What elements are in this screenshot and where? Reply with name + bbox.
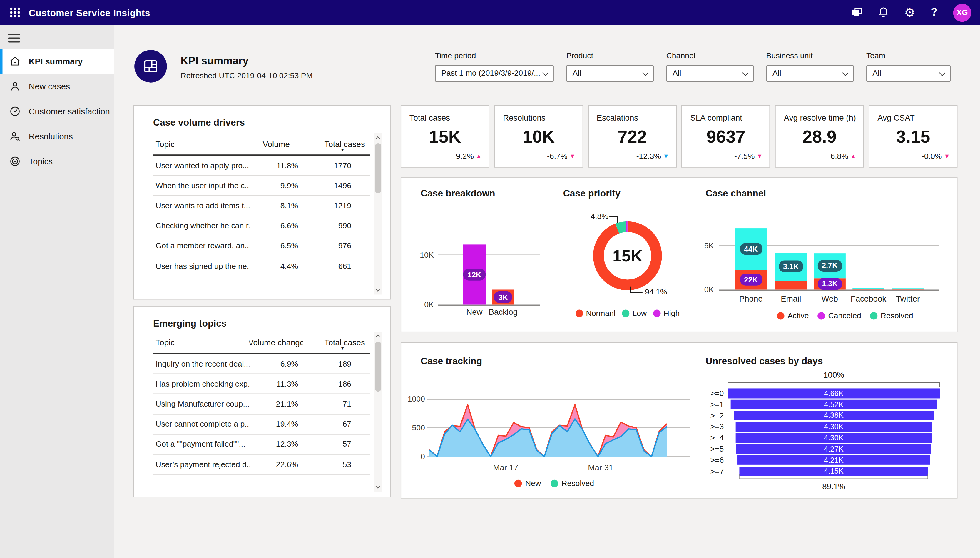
kpi-card-change: 6.8%▲ — [830, 152, 856, 161]
help-icon[interactable]: ? — [931, 6, 937, 19]
kpi-card-change: -7.5%▼ — [734, 152, 763, 161]
scroll-down-button[interactable] — [374, 483, 382, 492]
sidebar-item-resolutions[interactable]: Resolutions — [0, 124, 114, 149]
kpi-card-title: Avg CSAT — [877, 113, 915, 123]
scroll-up-button[interactable] — [374, 133, 382, 142]
workspaces-icon[interactable] — [851, 8, 862, 18]
sidebar-item-new-cases[interactable]: New cases — [0, 74, 114, 99]
filter-dropdown-time-period[interactable]: Past 1 mo (2019/3/9-2019/... — [435, 65, 554, 82]
funnel-top-bracket — [728, 382, 940, 387]
funnel-top-label: 100% — [802, 370, 865, 380]
kpi-card-escalations: Escalations722-12.3%▼ — [588, 105, 677, 167]
column-header-total-cases[interactable]: Total cases▼ — [303, 133, 370, 154]
cell-total-cases: 1496 — [303, 181, 370, 190]
dropdown-value: All — [872, 69, 881, 78]
legend-dot — [777, 312, 785, 320]
funnel-bar-3: 4.30K — [736, 422, 932, 432]
kpi-card-value: 10K — [495, 127, 582, 147]
table-row[interactable]: Using Manufacturer coup...21.1%71 — [153, 394, 370, 414]
cell-total-cases: 71 — [303, 400, 370, 409]
column-header-total-cases[interactable]: Total cases▼ — [303, 332, 370, 353]
scrollbar-thumb[interactable] — [375, 143, 381, 193]
cell-total-cases: 1770 — [303, 161, 370, 170]
cell-topic: Got a member reward, an... — [153, 241, 249, 250]
filter-dropdown-team[interactable]: All — [866, 65, 951, 82]
table-row[interactable]: User’s payment rejected d...22.6%53 — [153, 455, 370, 475]
tracking-charts-panel: Case tracking Unresolved cases by days 0… — [401, 342, 958, 499]
filter-dropdown-business-unit[interactable]: All — [766, 65, 854, 82]
kpi-card-row: Total cases15K9.2%▲Resolutions10K-6.7%▼E… — [401, 105, 958, 167]
kpi-card-total-cases: Total cases15K9.2%▲ — [401, 105, 489, 167]
kpi-change-text: -6.7% — [547, 152, 567, 161]
table-row[interactable]: Got a member reward, an...6.5%976 — [153, 236, 370, 256]
scroll-down-button[interactable] — [374, 286, 382, 295]
table-row[interactable]: Checking whether he can r...6.6%990 — [153, 216, 370, 236]
cell-volume: 11.8% — [249, 161, 303, 170]
unresolved-cases-funnel-chart: >=04.66K>=14.52K>=24.38K>=34.30K>=44.30K… — [401, 343, 957, 498]
legend-item-active: Active — [777, 312, 809, 320]
table-row[interactable]: User cannot complete a p...19.4%67 — [153, 414, 370, 435]
dropdown-value: All — [573, 69, 581, 78]
funnel-row-label: >=7 — [695, 467, 724, 476]
cell-volume-change: 12.3% — [249, 440, 303, 449]
filter-label: Team — [866, 51, 951, 60]
column-header-volume[interactable]: Volume — [249, 133, 303, 154]
chevron-up-icon — [376, 136, 380, 141]
sidebar-item-kpi-summary[interactable]: KPI summary — [0, 49, 114, 74]
kpi-change-arrow-down: ▼ — [663, 153, 669, 159]
table-row[interactable]: Has problem chceking exp...11.3%186 — [153, 374, 370, 394]
customer-service-insights-app: Customer Service Insights ⚙ ? XG KPI sum… — [0, 0, 980, 558]
column-header-topic[interactable]: Topic — [153, 332, 249, 353]
kpi-card-change: -12.3%▼ — [636, 152, 669, 161]
top-app-bar: Customer Service Insights ⚙ ? XG — [0, 0, 980, 25]
app-title: Customer Service Insights — [29, 7, 150, 18]
cell-total-cases: 67 — [303, 420, 370, 428]
person-icon — [10, 80, 21, 92]
table-header-row: TopicVolume changeTotal cases▼ — [153, 332, 370, 354]
legend-item-resolved: Resolved — [870, 312, 913, 320]
dashboard-icon — [134, 50, 167, 83]
cell-topic: Using Manufacturer coup... — [153, 400, 249, 409]
kpi-card-title: Total cases — [409, 113, 450, 123]
table-row[interactable]: User wants to add items t...8.1%1219 — [153, 196, 370, 216]
funnel-row-label: >=3 — [695, 422, 724, 431]
cell-total-cases: 1219 — [303, 202, 370, 210]
cell-topic: When the user input the c... — [153, 181, 249, 190]
scrollbar-thumb[interactable] — [375, 341, 381, 392]
filter-dropdown-channel[interactable]: All — [666, 65, 754, 82]
column-header-volume-change[interactable]: Volume change — [249, 332, 303, 353]
sidebar-item-topics[interactable]: Topics — [0, 149, 114, 174]
kpi-card-value: 3.15 — [869, 127, 957, 147]
table-row[interactable]: User has signed up the ne...4.4%661 — [153, 256, 370, 276]
filter-dropdown-product[interactable]: All — [566, 65, 654, 82]
sidebar-item-customer-satisfaction[interactable]: Customer satisfaction — [0, 99, 114, 124]
kpi-card-title: Resolutions — [503, 113, 545, 123]
cell-topic: Checking whether he can r... — [153, 222, 249, 230]
filter-label: Product — [566, 51, 654, 60]
table-row[interactable]: User wanted to apply pro...11.8%1770 — [153, 156, 370, 176]
filter-business-unit: Business unitAll — [766, 51, 854, 82]
table-row[interactable]: When the user input the c...9.9%1496 — [153, 176, 370, 196]
home-icon — [10, 56, 21, 67]
table-row[interactable]: Got a ""payment failed""...12.3%57 — [153, 435, 370, 455]
bar-active-facebook — [852, 289, 884, 290]
hamburger-menu-icon[interactable] — [8, 34, 20, 45]
case-volume-drivers-table: TopicVolumeTotal cases▼User wanted to ap… — [153, 133, 370, 276]
settings-gear-icon[interactable]: ⚙ — [904, 6, 915, 19]
notifications-bell-icon[interactable] — [878, 7, 888, 18]
kpi-change-arrow-up: ▲ — [850, 153, 856, 159]
cell-topic: User cannot complete a p... — [153, 420, 249, 428]
funnel-row-label: >=1 — [695, 400, 724, 409]
user-avatar[interactable]: XG — [953, 3, 972, 22]
table-scrollbar[interactable] — [374, 133, 382, 295]
column-header-topic[interactable]: Topic — [153, 133, 249, 154]
sidebar-item-label: Resolutions — [29, 132, 73, 141]
app-launcher-icon[interactable] — [10, 7, 21, 18]
table-scrollbar[interactable] — [374, 332, 382, 492]
table-row[interactable]: Inquiry on the recent deal...6.9%189 — [153, 354, 370, 374]
chevron-up-icon — [376, 335, 380, 339]
cell-volume: 9.9% — [249, 181, 303, 190]
kpi-card-value: 722 — [589, 127, 676, 147]
scroll-up-button[interactable] — [374, 332, 382, 340]
kpi-change-arrow-down: ▼ — [757, 153, 763, 159]
